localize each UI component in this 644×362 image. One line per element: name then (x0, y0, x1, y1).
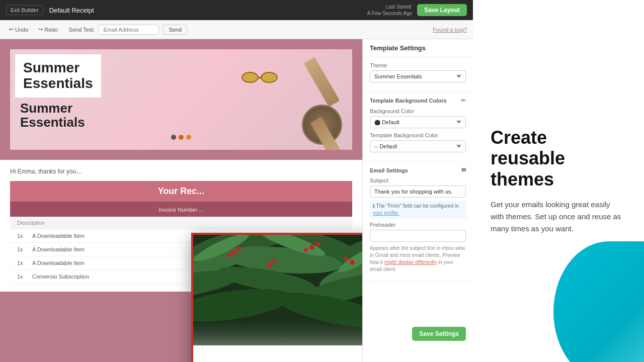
undo-button[interactable]: Undo (6, 25, 31, 34)
summer-title-card: Summer Essentials (15, 54, 101, 98)
right-panel-body: Get your emails looking great easily wit… (491, 199, 621, 235)
redo-icon (38, 26, 43, 33)
email-settings-section: Email Settings ✉ Subject ℹ The "From" fi… (363, 162, 473, 282)
dot-2[interactable] (179, 135, 184, 140)
svg-point-25 (344, 257, 348, 261)
theme-section: Theme Summer Essentials (363, 57, 473, 92)
email-canvas: Summer Essentials (0, 39, 362, 362)
undo-label: Undo (15, 27, 28, 33)
toolbar: Undo Redo Send Test: Send Found a bug? (0, 20, 473, 39)
christmas-foliage-svg (193, 235, 362, 345)
bg-colors-section: Template Background Colors ✏ Background … (363, 92, 473, 162)
right-panel: Create reusable themes Get your emails l… (473, 0, 644, 362)
send-button[interactable]: Send (163, 25, 187, 35)
edit-icon[interactable]: ✏ (461, 97, 466, 104)
template-bg-color-label: Template Background Color (370, 132, 466, 138)
template-title: Default Receipt (49, 7, 94, 14)
bg-color-label: Background Color (370, 108, 466, 114)
dot-3[interactable] (186, 135, 191, 140)
email-preview: Summer Essentials (0, 39, 362, 362)
svg-point-23 (272, 259, 276, 263)
bg-color-select[interactable]: ⬤ Default (370, 116, 466, 128)
christmas-card-content: Christmas Wishes From Fashion House Hi E… (193, 345, 362, 362)
svg-point-21 (304, 248, 308, 252)
preheader-hint: Appears after the subject line in inbox … (370, 245, 466, 273)
watch-strap-top (304, 57, 340, 107)
redo-label: Redo (44, 27, 57, 33)
email-settings-title: Email Settings ✉ (370, 167, 466, 173)
svg-point-16 (231, 250, 236, 255)
svg-point-19 (309, 245, 314, 250)
spacer (363, 282, 473, 322)
teal-decorative-shape (553, 241, 644, 362)
slider-dots (171, 135, 191, 140)
send-test-label: Send Test: (69, 27, 95, 33)
receipt-title-text: Your Rec... (17, 186, 345, 197)
settings-header: Template Settings (363, 39, 473, 57)
subject-label: Subject (370, 177, 466, 184)
right-panel-heading: Create reusable themes (491, 127, 626, 190)
display-differently-link[interactable]: might display differently (384, 259, 437, 265)
dot-1[interactable] (171, 135, 176, 140)
send-test-input[interactable] (99, 25, 159, 35)
top-bar-right: Last Saved: A Few Seconds Ago Save Layou… (367, 4, 467, 17)
exit-builder-button[interactable]: Exit Builder (6, 5, 43, 15)
christmas-overlay-card: Christmas Wishes From Fashion House Hi E… (191, 233, 362, 362)
redo-button[interactable]: Redo (35, 25, 60, 34)
christmas-hero-image (193, 235, 362, 345)
last-saved-text: Last Saved: A Few Seconds Ago (367, 4, 413, 17)
template-bg-color-select[interactable]: -- Default (370, 140, 466, 152)
settings-panel: Template Settings Theme Summer Essential… (362, 39, 473, 362)
profile-link[interactable]: your profile. (373, 210, 399, 216)
svg-point-22 (267, 262, 272, 267)
invoice-bar: Invoice Number ... (10, 202, 352, 217)
sunglass-left (242, 72, 259, 83)
summer-subtitle: Summer Essentials (20, 101, 85, 130)
from-field-info: ℹ The "From" field can be configured in … (370, 201, 466, 219)
theme-label: Theme (370, 62, 466, 68)
found-bug-link[interactable]: Found a bug? (433, 27, 467, 33)
table-header-row: Description (10, 217, 352, 229)
builder-panel: Exit Builder Default Receipt Last Saved:… (0, 0, 473, 362)
main-content: Summer Essentials (0, 39, 473, 362)
save-settings-button[interactable]: Save Settings (412, 327, 466, 341)
sunglass-bridge (258, 77, 262, 78)
unit-header (315, 220, 345, 226)
undo-icon (9, 26, 14, 33)
svg-rect-26 (193, 315, 362, 345)
sunglasses-image (242, 64, 282, 89)
save-layout-button[interactable]: Save Layout (417, 4, 467, 16)
summer-hero-section: Summer Essentials (0, 39, 362, 160)
svg-point-20 (316, 242, 320, 246)
svg-point-24 (350, 260, 355, 265)
summer-title: Summer Essentials (23, 60, 93, 92)
christmas-title: Christmas Wishes (193, 345, 362, 362)
top-bar: Exit Builder Default Receipt Last Saved:… (0, 0, 473, 20)
info-icon: ℹ (373, 203, 376, 209)
theme-select[interactable]: Summer Essentials (370, 70, 466, 82)
description-header: Description (17, 220, 315, 226)
bg-colors-title: Template Background Colors ✏ (370, 97, 466, 104)
preheader-label: Preheader (370, 222, 466, 228)
greeting-text: Hi Emma, thanks for you... (10, 168, 352, 175)
receipt-header: Your Rec... (10, 181, 352, 202)
svg-point-17 (237, 247, 241, 251)
envelope-icon: ✉ (461, 167, 466, 173)
preheader-input[interactable] (370, 230, 466, 242)
svg-point-18 (227, 253, 231, 257)
subject-input[interactable] (370, 186, 466, 198)
invoice-text: Invoice Number ... (158, 207, 203, 213)
sunglass-right (261, 72, 278, 83)
